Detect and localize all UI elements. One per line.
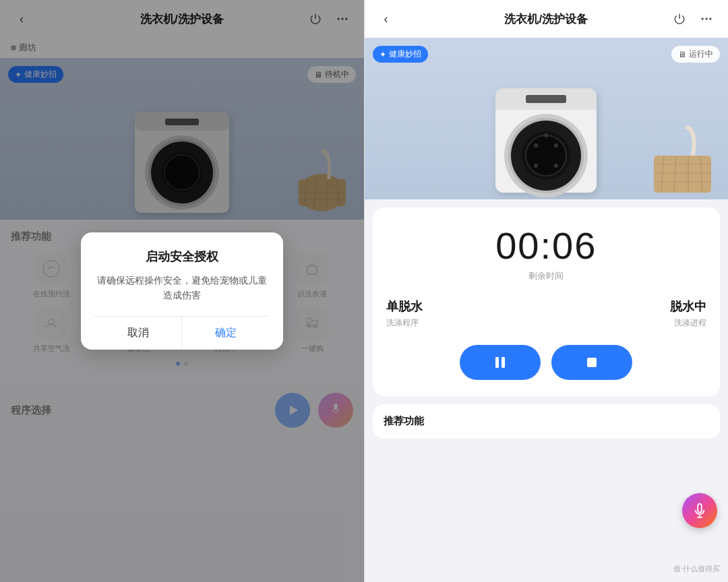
- stop-button[interactable]: [551, 345, 632, 380]
- timer-display: 00:06: [386, 224, 707, 267]
- watermark: 值·什么值得买: [673, 564, 720, 574]
- running-icon: 🖥: [678, 50, 686, 59]
- svg-point-43: [526, 135, 566, 176]
- more-button-right[interactable]: [696, 8, 717, 30]
- svg-point-47: [534, 164, 538, 168]
- back-button-right[interactable]: ‹: [375, 8, 397, 30]
- dialog-title: 启动安全授权: [94, 249, 270, 265]
- svg-point-46: [544, 133, 548, 137]
- wash-program-item: 单脱水 洗涤程序: [386, 298, 423, 329]
- control-buttons: [386, 345, 707, 380]
- right-header-icons: [669, 8, 717, 30]
- dialog-buttons: 取消 确定: [94, 316, 270, 350]
- status-row: 单脱水 洗涤程序 脱水中 洗涤进程: [386, 298, 707, 329]
- washer-illustration-right: [485, 58, 607, 199]
- wash-progress-item: 脱水中 洗涤进程: [670, 298, 706, 329]
- svg-point-45: [554, 143, 558, 148]
- svg-rect-57: [495, 357, 499, 368]
- timer-label: 剩余时间: [386, 270, 707, 282]
- svg-point-34: [709, 18, 711, 20]
- device-image-area-right: ✦ 健康妙招 🖥 运行中: [365, 38, 729, 199]
- left-panel: ‹ 洗衣机/洗护设备 廊坊 ✦ 健康妙招 🖥 待机中: [0, 0, 364, 582]
- voice-button-right[interactable]: [682, 493, 717, 528]
- power-button-right[interactable]: [669, 8, 690, 30]
- wash-program-label: 洗涤程序: [386, 317, 423, 329]
- dialog-box: 启动安全授权 请确保远程操作安全，避免给宠物或儿童造成伤害 取消 确定: [81, 232, 283, 350]
- svg-point-33: [705, 18, 707, 20]
- svg-rect-59: [587, 358, 597, 367]
- dialog-confirm-button[interactable]: 确定: [182, 317, 270, 350]
- right-header-title: 洗衣机/洗护设备: [504, 11, 588, 27]
- svg-point-48: [554, 164, 558, 168]
- wash-progress-value: 脱水中: [670, 298, 706, 315]
- health-badge-right[interactable]: ✦ 健康妙招: [373, 46, 428, 63]
- right-panel: ‹ 洗衣机/洗护设备 ✦ 健康妙招 🖥 运行中: [365, 0, 729, 582]
- dialog-overlay: 启动安全授权 请确保远程操作安全，避免给宠物或儿童造成伤害 取消 确定: [0, 0, 364, 582]
- control-card: 00:06 剩余时间 单脱水 洗涤程序 脱水中 洗涤进程: [373, 207, 721, 396]
- basket-illustration-right: [650, 125, 718, 199]
- wash-program-value: 单脱水: [386, 298, 423, 315]
- svg-point-44: [534, 143, 538, 148]
- health-icon-right: ✦: [380, 50, 386, 59]
- pause-button[interactable]: [460, 345, 541, 380]
- recommend-section-right: 推荐功能: [373, 404, 721, 439]
- running-badge: 🖥 运行中: [671, 46, 720, 63]
- dialog-message: 请确保远程操作安全，避免给宠物或儿童造成伤害: [94, 273, 270, 303]
- svg-point-32: [702, 18, 704, 20]
- wash-progress-label: 洗涤进程: [670, 317, 706, 329]
- dialog-cancel-button[interactable]: 取消: [94, 317, 183, 350]
- recommend-label-right: 推荐功能: [384, 415, 424, 426]
- svg-rect-38: [526, 95, 566, 103]
- right-header: ‹ 洗衣机/洗护设备: [365, 0, 729, 38]
- svg-rect-58: [502, 357, 505, 368]
